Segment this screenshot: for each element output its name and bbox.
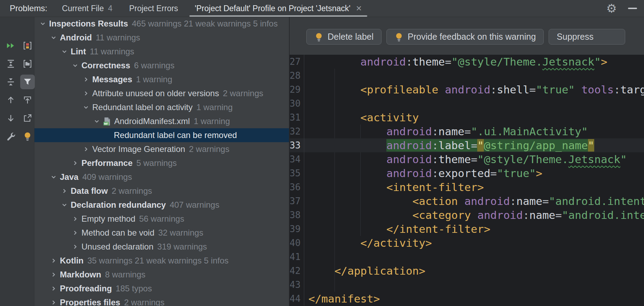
tree-row[interactable]: Properties files2 warnings: [34, 296, 289, 306]
chevron-collapsed-toggle[interactable]: [50, 285, 57, 292]
chevron-collapsed-toggle[interactable]: [82, 90, 90, 97]
editor-line[interactable]: 42 </application>: [290, 264, 644, 278]
code-text: </intent-filter>: [304, 222, 490, 236]
chevron-expanded-toggle[interactable]: [61, 201, 68, 209]
chevron-collapsed-toggle[interactable]: [71, 215, 79, 223]
editor-line[interactable]: 34 android:theme="@style/Theme.Jetsnack": [290, 152, 644, 166]
quick-fixes-button[interactable]: [20, 129, 35, 144]
rerun-inspections-icon: [6, 41, 16, 51]
chevron-expanded-toggle[interactable]: [71, 62, 79, 69]
tab-project-errors[interactable]: Project Errors: [121, 0, 187, 17]
open-in-new-window-icon: [23, 113, 32, 123]
editor-line[interactable]: 30: [290, 97, 644, 110]
tree-row[interactable]: Android11 warnings: [34, 31, 289, 45]
close-icon[interactable]: ×: [356, 3, 362, 13]
tree-row-count: 56 warnings: [139, 214, 184, 224]
group-by-directory-button[interactable]: [20, 56, 35, 71]
provide-feedback-button[interactable]: Provide feedback on this warning: [386, 29, 544, 45]
editor-line[interactable]: 41: [290, 250, 644, 264]
svg-text:MF: MF: [104, 122, 108, 125]
tab-current-file[interactable]: Current File 4: [54, 0, 121, 17]
tree-row-count: 32 warnings: [158, 228, 203, 238]
next-problem-button[interactable]: [3, 111, 18, 125]
inspection-settings-button[interactable]: [3, 129, 18, 144]
severity-filter-button[interactable]: [20, 38, 35, 53]
chevron-collapsed-toggle[interactable]: [50, 257, 57, 265]
chevron-collapsed-toggle[interactable]: [82, 76, 90, 83]
tree-row[interactable]: Inspections Results465 warnings 21 weak …: [34, 17, 289, 31]
editor-line[interactable]: 44</manifest>: [290, 292, 644, 306]
export-results-button[interactable]: [20, 93, 35, 107]
tree-row[interactable]: Declaration redundancy407 warnings: [34, 198, 289, 212]
chevron-collapsed-toggle[interactable]: [50, 299, 57, 306]
tree-row-count: 2 warnings: [112, 186, 152, 196]
code-text: android:exported="true">: [304, 166, 542, 180]
suppress-button[interactable]: Suppress: [549, 29, 625, 45]
filter-button[interactable]: [20, 75, 35, 89]
tree-row-count: 35 warnings 21 weak warnings 5 infos: [87, 256, 229, 266]
rerun-inspections-button[interactable]: [3, 38, 18, 53]
editor-line[interactable]: 33 android:label="@string/app_name": [290, 138, 644, 152]
tree-row-label: Declaration redundancy: [71, 200, 166, 210]
chevron-collapsed-toggle[interactable]: [82, 145, 90, 153]
tree-row[interactable]: MFAndroidManifest.xml1 warning: [34, 114, 289, 128]
chevron-expanded-toggle[interactable]: [50, 173, 57, 181]
chevron-collapsed-toggle[interactable]: [71, 229, 79, 237]
editor-line[interactable]: 37 <action android:name="android.intent.…: [290, 194, 644, 208]
tree-row[interactable]: Proofreading185 typos: [34, 282, 289, 296]
tree-row[interactable]: Empty method56 warnings: [34, 212, 289, 226]
tree-row[interactable]: Lint11 warnings: [34, 45, 289, 59]
chevron-expanded-toggle[interactable]: [50, 34, 57, 41]
editor-line[interactable]: 36 <intent-filter>: [290, 180, 644, 194]
tree-row[interactable]: Vector Image Generation2 warnings: [34, 142, 289, 156]
chevron-collapsed-toggle[interactable]: [61, 187, 68, 195]
previous-problem-button[interactable]: [3, 93, 18, 107]
tree-row[interactable]: Method can be void32 warnings: [34, 226, 289, 240]
tree-row-label: Proofreading: [60, 284, 112, 293]
tree-row[interactable]: Data flow2 warnings: [34, 184, 289, 198]
tree-row[interactable]: Attribute unused on older versions2 warn…: [34, 86, 289, 100]
tree-row[interactable]: Correctness6 warnings: [34, 59, 289, 72]
tree-row-count: 1 warning: [194, 116, 230, 126]
chevron-expanded-toggle[interactable]: [82, 104, 90, 111]
chevron-collapsed-toggle[interactable]: [71, 243, 79, 251]
lightbulb-icon: [394, 32, 403, 42]
editor-line[interactable]: 40 </activity>: [290, 236, 644, 250]
editor-line[interactable]: 39 </intent-filter>: [290, 222, 644, 236]
delete-label-button[interactable]: Delete label: [306, 29, 382, 45]
tree-row[interactable]: Redundant label on activity1 warning: [34, 100, 289, 114]
hide-toolwindow-icon[interactable]: [627, 3, 638, 14]
editor-preview-panel: Delete label Provide feedback on this wa…: [289, 17, 644, 306]
editor-line[interactable]: 38 <category android:name="android.inten…: [290, 208, 644, 222]
open-in-new-window-button[interactable]: [20, 111, 35, 125]
tree-row[interactable]: Redundant label can be removed: [34, 128, 289, 142]
chevron-collapsed-toggle[interactable]: [50, 271, 57, 278]
chevron-expanded-toggle[interactable]: [93, 117, 101, 125]
chevron-right-icon: [72, 244, 78, 250]
chevron-collapsed-toggle[interactable]: [71, 159, 79, 167]
tree-row[interactable]: Unused declaration319 warnings: [34, 240, 289, 254]
chevron-right-icon: [72, 230, 78, 236]
tree-row-label: Kotlin: [60, 256, 84, 266]
collapse-all-button[interactable]: [3, 75, 18, 89]
chevron-expanded-toggle[interactable]: [39, 20, 47, 28]
editor-line[interactable]: 32 android:name=".ui.MainActivity": [290, 124, 644, 138]
tree-row[interactable]: Messages1 warning: [34, 72, 289, 86]
tree-row[interactable]: Markdown8 warnings: [34, 268, 289, 282]
editor-line[interactable]: 29 <profileable android:shell="true" too…: [290, 83, 644, 97]
code-text: android:label="@string/app_name": [304, 138, 594, 152]
tree-row-label: Vector Image Generation: [92, 144, 185, 154]
editor-line[interactable]: 28: [290, 69, 644, 83]
editor-line[interactable]: 27 android:theme="@style/Theme.Jetsnack"…: [290, 55, 644, 69]
chevron-expanded-toggle[interactable]: [61, 48, 68, 55]
tree-row[interactable]: Performance5 warnings: [34, 156, 289, 170]
tab-inspection-profile[interactable]: 'Project Default' Profile on Project 'Je…: [187, 0, 370, 17]
editor-line[interactable]: 35 android:exported="true">: [290, 166, 644, 180]
editor-line[interactable]: 43: [290, 278, 644, 292]
tree-row[interactable]: Java409 warnings: [34, 170, 289, 184]
expand-all-button[interactable]: [3, 56, 18, 71]
settings-gear-icon[interactable]: ⚙: [606, 2, 617, 14]
tree-row[interactable]: Kotlin35 warnings 21 weak warnings 5 inf…: [34, 254, 289, 268]
editor-line[interactable]: 31 <activity: [290, 110, 644, 124]
code-editor[interactable]: 27 android:theme="@style/Theme.Jetsnack"…: [290, 55, 644, 306]
